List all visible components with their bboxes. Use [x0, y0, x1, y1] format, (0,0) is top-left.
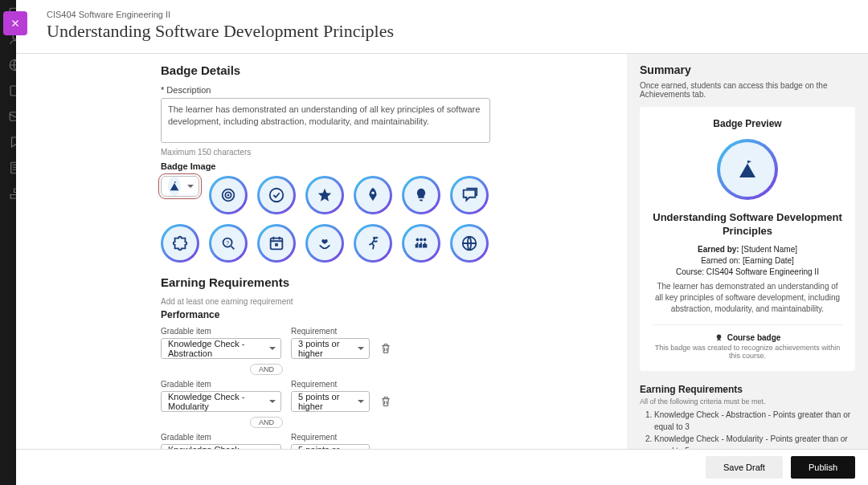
badge-option-bulb[interactable]	[402, 176, 440, 214]
badge-option-search[interactable]: ?	[209, 224, 248, 263]
heart-hand-icon	[308, 226, 342, 260]
gradable-item-label: Gradable item	[161, 433, 281, 442]
summary-req-item: Knowledge Check - Abstraction - Points g…	[654, 409, 855, 433]
badge-option-calendar[interactable]	[257, 224, 296, 263]
badge-option-flag[interactable]	[161, 176, 199, 197]
svg-point-17	[416, 238, 420, 242]
modal-header: CIS404 Software Engineering II Understan…	[16, 0, 868, 54]
badge-option-rocket[interactable]	[354, 176, 392, 214]
page-title: Understanding Software Development Princ…	[47, 21, 845, 42]
description-input[interactable]	[161, 98, 490, 143]
badge-option-globe[interactable]	[450, 224, 489, 263]
bulb-icon	[404, 178, 438, 212]
course-badge-label: Course badge	[653, 333, 842, 342]
badge-option-check[interactable]	[257, 176, 296, 214]
delete-row-button[interactable]	[379, 395, 392, 408]
badge-option-runner[interactable]	[354, 224, 392, 263]
gradable-item-label: Gradable item	[161, 327, 281, 336]
publish-button[interactable]: Publish	[791, 456, 855, 479]
earning-hint: Add at least one earning requirement	[161, 297, 611, 306]
performance-row: Gradable itemKnowledge Check - Abstracti…	[161, 327, 611, 359]
runner-icon	[356, 226, 390, 260]
requirement-select[interactable]: 3 points or higher	[291, 338, 370, 359]
badge-image-label: Badge Image	[161, 161, 611, 171]
requirement-label: Requirement	[291, 327, 370, 336]
badge-option-heart-hand[interactable]	[305, 224, 344, 263]
rocket-icon	[356, 178, 390, 212]
badge-modal: CIS404 Software Engineering II Understan…	[16, 0, 868, 485]
preview-badge-name: Understanding Software Development Princ…	[653, 211, 842, 238]
summary-req-allof: All of the following criteria must be me…	[640, 397, 855, 406]
performance-row: Gradable itemKnowledge Check - Modularit…	[161, 380, 611, 412]
check-icon	[260, 178, 293, 212]
gradable-item-select[interactable]: Knowledge Check - Abstraction	[161, 338, 281, 359]
description-helper: Maximum 150 characters	[161, 148, 611, 157]
summary-sub: Once earned, students can access this ba…	[640, 81, 855, 99]
performance-label: Performance	[161, 309, 611, 320]
target-icon	[211, 178, 245, 212]
delete-row-button[interactable]	[379, 342, 392, 355]
close-button[interactable]	[3, 11, 27, 35]
svg-point-19	[424, 238, 427, 242]
badge-image-grid: ?	[161, 176, 498, 263]
people-icon	[404, 226, 438, 260]
globe-icon	[452, 226, 486, 260]
badge-option-people[interactable]	[402, 224, 440, 263]
badge-preview-image	[717, 139, 778, 200]
requirement-select[interactable]: 5 points or higher	[291, 391, 370, 412]
badge-option-target[interactable]	[209, 176, 248, 214]
requirement-label: Requirement	[291, 433, 370, 442]
gradable-item-select[interactable]: Knowledge Check - Maintainability	[161, 444, 281, 449]
gradable-item-select[interactable]: Knowledge Check - Modularity	[161, 391, 281, 412]
summary-requirements: Earning Requirements All of the followin…	[640, 384, 855, 449]
modal-footer: Save Draft Publish	[16, 449, 868, 485]
summary-req-item: Knowledge Check - Modularity - Points gr…	[654, 433, 855, 449]
requirement-label: Requirement	[291, 380, 370, 389]
performance-row: Gradable itemKnowledge Check - Maintaina…	[161, 433, 611, 449]
svg-point-10	[371, 191, 375, 194]
requirement-select[interactable]: 5 points or higher	[291, 444, 370, 449]
search-icon: ?	[211, 226, 245, 260]
save-draft-button[interactable]: Save Draft	[706, 456, 783, 479]
badge-option-puzzle[interactable]	[161, 224, 199, 263]
gradable-item-label: Gradable item	[161, 380, 281, 389]
flag-icon	[168, 177, 181, 196]
and-separator: AND	[250, 417, 283, 428]
main-panel: Badge Details Description Maximum 150 ch…	[16, 54, 627, 449]
svg-rect-11	[420, 200, 423, 202]
svg-point-18	[420, 238, 423, 242]
description-label: Description	[161, 85, 611, 95]
svg-text:?: ?	[226, 239, 229, 247]
summary-req-heading: Earning Requirements	[640, 384, 855, 395]
and-separator: AND	[250, 364, 283, 375]
course-badge-sub: This badge was created to recognize achi…	[653, 344, 842, 360]
summary-heading: Summary	[640, 63, 855, 76]
summary-panel: Summary Once earned, students can access…	[627, 54, 868, 449]
preview-earned-on: Earned on: [Earning Date]	[653, 256, 842, 265]
preview-description: The learner has demonstrated an understa…	[653, 281, 842, 325]
svg-point-8	[227, 194, 230, 197]
chat-icon	[452, 178, 486, 212]
star-icon	[308, 178, 342, 212]
section-badge-details: Badge Details	[161, 63, 611, 77]
badge-option-chat[interactable]	[450, 176, 489, 214]
calendar-icon	[260, 226, 293, 260]
svg-rect-15	[275, 243, 278, 247]
preview-earned-by: Earned by: [Student Name]	[653, 245, 842, 254]
badge-preview-label: Badge Preview	[653, 118, 842, 129]
svg-point-16	[373, 237, 376, 240]
puzzle-icon	[163, 226, 197, 260]
svg-point-22	[716, 334, 721, 339]
section-earning: Earning Requirements	[161, 275, 611, 289]
badge-option-star[interactable]	[305, 176, 344, 214]
svg-point-9	[270, 189, 284, 202]
breadcrumb: CIS404 Software Engineering II	[47, 10, 845, 19]
preview-course: Course: CIS404 Software Engineering II	[653, 267, 842, 276]
badge-preview-card: Badge Preview Understanding Software Dev…	[640, 107, 855, 371]
